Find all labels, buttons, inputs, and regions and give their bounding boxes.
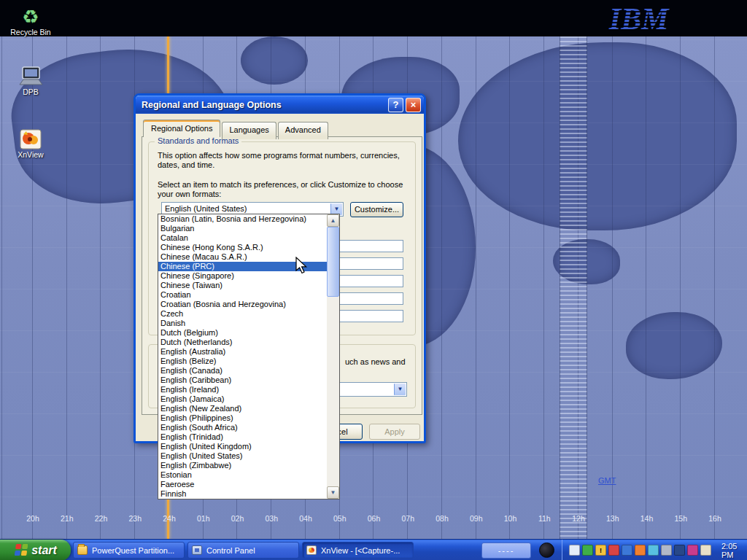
task-label: PowerQuest Partition... bbox=[92, 546, 177, 555]
scrollbar-thumb[interactable] bbox=[327, 227, 339, 297]
svg-text:IBM: IBM bbox=[608, 2, 670, 35]
hour-label: 03h bbox=[262, 514, 281, 523]
tray-icon[interactable] bbox=[569, 545, 580, 556]
hour-label: 02h bbox=[228, 514, 247, 523]
language-option[interactable]: English (Jamaica) bbox=[158, 394, 327, 404]
desktop-icon-xnview[interactable]: XnView bbox=[4, 124, 57, 159]
taskbar-overflow-button[interactable]: ---- bbox=[481, 542, 531, 559]
desktop-icon-recycle-bin[interactable]: ♻ Recycle Bin bbox=[4, 1, 57, 36]
hour-label: 12h bbox=[569, 514, 588, 523]
tray-icon[interactable] bbox=[674, 545, 685, 556]
language-option[interactable]: English (South Africa) bbox=[158, 423, 327, 432]
language-option[interactable]: Croatian bbox=[158, 290, 327, 300]
tray-icon[interactable] bbox=[582, 545, 593, 556]
language-option[interactable]: English (Trinidad) bbox=[158, 432, 327, 442]
language-option[interactable]: Finnish bbox=[158, 489, 327, 499]
language-option[interactable]: Dutch (Netherlands) bbox=[158, 338, 327, 347]
language-option[interactable]: English (Australia) bbox=[158, 347, 327, 357]
dialog-tab[interactable]: Regional Options bbox=[143, 120, 220, 137]
desktop: 20h21h22h23h24h01h02h03h04h05h06h07h08h0… bbox=[0, 0, 747, 560]
desktop-icon-label: Recycle Bin bbox=[4, 28, 57, 36]
help-button[interactable]: ? bbox=[388, 98, 403, 112]
dialog-title: Regional and Language Options bbox=[142, 100, 386, 110]
chevron-down-icon[interactable]: ▼ bbox=[394, 384, 406, 395]
language-option[interactable]: Catalan bbox=[158, 233, 327, 243]
desktop-icon-label: DPB bbox=[4, 88, 57, 96]
desktop-icon-dpb[interactable]: DPB bbox=[4, 61, 57, 96]
tray-icon[interactable] bbox=[622, 545, 632, 556]
system-tray: ! 2:05 PM bbox=[562, 540, 747, 560]
language-option[interactable]: Danish bbox=[158, 319, 327, 328]
task-label: Control Panel bbox=[206, 546, 258, 555]
top-black-band: IBM bbox=[0, 0, 747, 36]
language-option[interactable]: English (Philippines) bbox=[158, 413, 327, 423]
laptop-icon bbox=[4, 61, 57, 88]
ibm-logo: IBM bbox=[608, 1, 689, 36]
hour-label: 06h bbox=[365, 514, 384, 523]
hour-label: 08h bbox=[433, 514, 452, 523]
xnview-icon bbox=[306, 545, 317, 555]
tray-icon[interactable] bbox=[608, 545, 619, 556]
taskbar-app-icon[interactable] bbox=[539, 542, 554, 558]
dialog-tab[interactable]: Advanced bbox=[278, 122, 328, 139]
taskbar: start PowerQuest Partition... Control Pa… bbox=[0, 539, 747, 560]
hour-label: 22h bbox=[92, 514, 111, 523]
language-option[interactable]: Dutch (Belgium) bbox=[158, 328, 327, 338]
scroll-up-icon[interactable]: ▲ bbox=[327, 214, 339, 227]
folder-icon bbox=[77, 545, 88, 555]
standards-description: This option affects how some programs fo… bbox=[158, 151, 407, 170]
hour-label: 16h bbox=[705, 514, 724, 523]
close-button[interactable]: × bbox=[406, 98, 421, 112]
tray-icon[interactable] bbox=[661, 545, 672, 556]
apply-button: Apply bbox=[369, 424, 420, 440]
hour-label: 23h bbox=[125, 514, 144, 523]
scrollbar[interactable]: ▲ ▼ bbox=[327, 214, 339, 499]
language-option[interactable]: Bosnian (Latin, Bosnia and Herzegovina) bbox=[158, 214, 327, 224]
language-dropdown-list: Bosnian (Latin, Bosnia and Herzegovina)B… bbox=[158, 214, 340, 499]
language-option[interactable]: English (United Kingdom) bbox=[158, 442, 327, 451]
hour-label: 21h bbox=[58, 514, 77, 523]
hour-label: 24h bbox=[160, 514, 179, 523]
tray-icon[interactable] bbox=[635, 545, 646, 556]
hour-label: 09h bbox=[467, 514, 486, 523]
language-option[interactable]: English (Ireland) bbox=[158, 385, 327, 394]
language-option[interactable]: English (Zimbabwe) bbox=[158, 461, 327, 470]
language-option[interactable]: Bulgarian bbox=[158, 224, 327, 233]
date-line-band bbox=[560, 36, 587, 539]
recycle-bin-icon: ♻ bbox=[4, 1, 57, 28]
language-option[interactable]: English (New Zealand) bbox=[158, 404, 327, 413]
taskbar-task-button[interactable]: Control Panel bbox=[187, 542, 299, 559]
hour-label: 04h bbox=[296, 514, 315, 523]
language-option[interactable]: Faeroese bbox=[158, 480, 327, 489]
language-option[interactable]: Chinese (Hong Kong S.A.R.) bbox=[158, 243, 327, 252]
hour-label: 10h bbox=[501, 514, 520, 523]
language-combobox-value: English (United States) bbox=[165, 204, 328, 213]
language-option[interactable]: English (Caribbean) bbox=[158, 376, 327, 385]
language-option[interactable]: Croatian (Bosnia and Herzegovina) bbox=[158, 300, 327, 309]
desktop-icon-label: XnView bbox=[4, 150, 57, 159]
language-option[interactable]: English (United States) bbox=[158, 451, 327, 461]
language-option[interactable]: Estonian bbox=[158, 470, 327, 480]
task-label: XnView - [<Capture-... bbox=[321, 546, 403, 555]
xnview-app-icon bbox=[4, 124, 57, 150]
dialog-tab[interactable]: Languages bbox=[222, 122, 276, 139]
taskbar-task-button[interactable]: XnView - [<Capture-... bbox=[302, 542, 414, 559]
standards-instruction: Select an item to match its preferences,… bbox=[158, 180, 407, 199]
language-option[interactable]: Czech bbox=[158, 309, 327, 319]
customize-button[interactable]: Customize... bbox=[350, 202, 403, 217]
language-option[interactable]: Chinese (Taiwan) bbox=[158, 281, 327, 290]
gmt-label: GMT bbox=[598, 476, 616, 485]
dialog-title-bar[interactable]: Regional and Language Options ? × bbox=[136, 96, 424, 114]
language-option[interactable]: English (Belize) bbox=[158, 357, 327, 366]
language-option[interactable]: English (Canada) bbox=[158, 366, 327, 376]
tray-icon[interactable] bbox=[687, 545, 698, 556]
taskbar-clock[interactable]: 2:05 PM bbox=[713, 542, 747, 559]
taskbar-task-button[interactable]: PowerQuest Partition... bbox=[73, 542, 185, 559]
tray-icon[interactable] bbox=[648, 545, 659, 556]
tray-icon[interactable] bbox=[700, 545, 711, 556]
location-text-fragment: uch as news and bbox=[345, 357, 406, 367]
tray-icon[interactable]: ! bbox=[595, 545, 606, 556]
start-button-label: start bbox=[31, 544, 57, 557]
start-button[interactable]: start bbox=[0, 540, 71, 560]
scroll-down-icon[interactable]: ▼ bbox=[327, 486, 339, 499]
